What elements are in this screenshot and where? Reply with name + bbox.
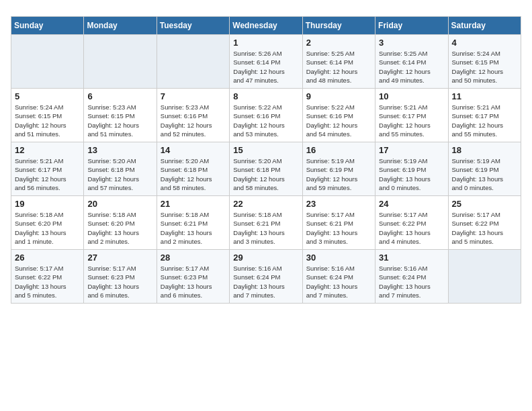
calendar-cell: 22Sunrise: 5:18 AMSunset: 6:21 PMDayligh… — [230, 196, 302, 250]
calendar-cell — [448, 250, 521, 304]
day-info: Sunrise: 5:20 AMSunset: 6:18 PMDaylight:… — [87, 156, 152, 192]
day-info: Sunrise: 5:20 AMSunset: 6:18 PMDaylight:… — [233, 156, 298, 192]
calendar-cell: 1Sunrise: 5:26 AMSunset: 6:14 PMDaylight… — [230, 35, 302, 89]
calendar-cell: 9Sunrise: 5:22 AMSunset: 6:16 PMDaylight… — [302, 89, 375, 142]
calendar-cell: 7Sunrise: 5:23 AMSunset: 6:16 PMDaylight… — [157, 89, 229, 142]
day-info: Sunrise: 5:17 AMSunset: 6:23 PMDaylight:… — [87, 264, 152, 300]
calendar-cell: 26Sunrise: 5:17 AMSunset: 6:22 PMDayligh… — [11, 250, 84, 304]
calendar-week-3: 12Sunrise: 5:21 AMSunset: 6:17 PMDayligh… — [11, 142, 521, 196]
calendar-cell: 24Sunrise: 5:17 AMSunset: 6:22 PMDayligh… — [375, 196, 448, 250]
calendar-week-1: 1Sunrise: 5:26 AMSunset: 6:14 PMDaylight… — [11, 35, 521, 89]
day-info: Sunrise: 5:23 AMSunset: 6:15 PMDaylight:… — [87, 103, 152, 138]
day-number: 29 — [233, 253, 298, 263]
day-info: Sunrise: 5:24 AMSunset: 6:15 PMDaylight:… — [452, 49, 517, 85]
day-info: Sunrise: 5:24 AMSunset: 6:15 PMDaylight:… — [15, 103, 80, 138]
calendar-cell: 27Sunrise: 5:17 AMSunset: 6:23 PMDayligh… — [84, 250, 157, 304]
day-info: Sunrise: 5:21 AMSunset: 6:17 PMDaylight:… — [452, 103, 517, 138]
calendar-cell: 10Sunrise: 5:21 AMSunset: 6:17 PMDayligh… — [375, 89, 448, 142]
day-info: Sunrise: 5:21 AMSunset: 6:17 PMDaylight:… — [379, 103, 444, 138]
day-number: 7 — [161, 91, 226, 101]
day-info: Sunrise: 5:21 AMSunset: 6:17 PMDaylight:… — [15, 156, 80, 192]
calendar-cell: 30Sunrise: 5:16 AMSunset: 6:24 PMDayligh… — [302, 250, 375, 304]
day-info: Sunrise: 5:25 AMSunset: 6:14 PMDaylight:… — [379, 49, 444, 85]
day-number: 17 — [379, 145, 444, 155]
day-number: 8 — [233, 91, 298, 101]
day-number: 18 — [452, 145, 517, 155]
day-info: Sunrise: 5:17 AMSunset: 6:22 PMDaylight:… — [379, 210, 444, 246]
day-info: Sunrise: 5:18 AMSunset: 6:21 PMDaylight:… — [161, 210, 226, 246]
day-number: 23 — [306, 199, 371, 209]
day-info: Sunrise: 5:18 AMSunset: 6:20 PMDaylight:… — [87, 210, 152, 246]
day-info: Sunrise: 5:25 AMSunset: 6:14 PMDaylight:… — [306, 49, 371, 85]
day-number: 12 — [15, 145, 80, 155]
day-info: Sunrise: 5:17 AMSunset: 6:22 PMDaylight:… — [452, 210, 517, 246]
day-number: 25 — [452, 199, 517, 209]
day-number: 14 — [161, 145, 226, 155]
day-info: Sunrise: 5:23 AMSunset: 6:16 PMDaylight:… — [161, 103, 226, 138]
calendar-cell: 23Sunrise: 5:17 AMSunset: 6:21 PMDayligh… — [302, 196, 375, 250]
calendar-cell: 19Sunrise: 5:18 AMSunset: 6:20 PMDayligh… — [11, 196, 84, 250]
day-number: 27 — [87, 253, 152, 263]
calendar-cell: 12Sunrise: 5:21 AMSunset: 6:17 PMDayligh… — [11, 142, 84, 196]
calendar-cell: 11Sunrise: 5:21 AMSunset: 6:17 PMDayligh… — [448, 89, 521, 142]
day-number: 2 — [306, 38, 371, 48]
day-info: Sunrise: 5:20 AMSunset: 6:18 PMDaylight:… — [161, 156, 226, 192]
day-info: Sunrise: 5:16 AMSunset: 6:24 PMDaylight:… — [233, 264, 298, 300]
weekday-header-wednesday: Wednesday — [230, 17, 302, 35]
calendar-cell: 8Sunrise: 5:22 AMSunset: 6:16 PMDaylight… — [230, 89, 302, 142]
calendar-table: SundayMondayTuesdayWednesdayThursdayFrid… — [11, 16, 521, 304]
day-number: 20 — [87, 199, 152, 209]
calendar-cell: 2Sunrise: 5:25 AMSunset: 6:14 PMDaylight… — [302, 35, 375, 89]
day-info: Sunrise: 5:17 AMSunset: 6:23 PMDaylight:… — [161, 264, 226, 300]
calendar-cell — [11, 35, 84, 89]
day-info: Sunrise: 5:22 AMSunset: 6:16 PMDaylight:… — [233, 103, 298, 138]
calendar-cell: 29Sunrise: 5:16 AMSunset: 6:24 PMDayligh… — [230, 250, 302, 304]
day-number: 5 — [15, 91, 80, 101]
calendar-week-2: 5Sunrise: 5:24 AMSunset: 6:15 PMDaylight… — [11, 89, 521, 142]
day-number: 1 — [233, 38, 298, 48]
day-info: Sunrise: 5:26 AMSunset: 6:14 PMDaylight:… — [233, 49, 298, 85]
calendar-cell: 3Sunrise: 5:25 AMSunset: 6:14 PMDaylight… — [375, 35, 448, 89]
calendar-cell: 14Sunrise: 5:20 AMSunset: 6:18 PMDayligh… — [157, 142, 229, 196]
day-number: 21 — [161, 199, 226, 209]
calendar-cell: 6Sunrise: 5:23 AMSunset: 6:15 PMDaylight… — [84, 89, 157, 142]
day-info: Sunrise: 5:19 AMSunset: 6:19 PMDaylight:… — [306, 156, 371, 192]
calendar-cell: 28Sunrise: 5:17 AMSunset: 6:23 PMDayligh… — [157, 250, 229, 304]
day-number: 6 — [87, 91, 152, 101]
day-number: 16 — [306, 145, 371, 155]
calendar-week-4: 19Sunrise: 5:18 AMSunset: 6:20 PMDayligh… — [11, 196, 521, 250]
day-info: Sunrise: 5:16 AMSunset: 6:24 PMDaylight:… — [379, 264, 444, 300]
calendar-cell: 16Sunrise: 5:19 AMSunset: 6:19 PMDayligh… — [302, 142, 375, 196]
day-number: 30 — [306, 253, 371, 263]
calendar-cell: 5Sunrise: 5:24 AMSunset: 6:15 PMDaylight… — [11, 89, 84, 142]
day-number: 22 — [233, 199, 298, 209]
weekday-header-sunday: Sunday — [11, 17, 84, 35]
day-number: 26 — [15, 253, 80, 263]
calendar-cell: 25Sunrise: 5:17 AMSunset: 6:22 PMDayligh… — [448, 196, 521, 250]
day-number: 15 — [233, 145, 298, 155]
day-number: 11 — [452, 91, 517, 101]
day-info: Sunrise: 5:22 AMSunset: 6:16 PMDaylight:… — [306, 103, 371, 138]
day-info: Sunrise: 5:18 AMSunset: 6:20 PMDaylight:… — [15, 210, 80, 246]
day-number: 10 — [379, 91, 444, 101]
calendar-cell — [84, 35, 157, 89]
day-info: Sunrise: 5:17 AMSunset: 6:21 PMDaylight:… — [306, 210, 371, 246]
calendar-cell — [157, 35, 229, 89]
day-number: 3 — [379, 38, 444, 48]
day-info: Sunrise: 5:19 AMSunset: 6:19 PMDaylight:… — [452, 156, 517, 192]
day-info: Sunrise: 5:18 AMSunset: 6:21 PMDaylight:… — [233, 210, 298, 246]
weekday-header-thursday: Thursday — [302, 17, 375, 35]
weekday-header-row: SundayMondayTuesdayWednesdayThursdayFrid… — [11, 17, 521, 35]
weekday-header-monday: Monday — [84, 17, 157, 35]
calendar-cell: 4Sunrise: 5:24 AMSunset: 6:15 PMDaylight… — [448, 35, 521, 89]
weekday-header-saturday: Saturday — [448, 17, 521, 35]
calendar-cell: 13Sunrise: 5:20 AMSunset: 6:18 PMDayligh… — [84, 142, 157, 196]
calendar-cell: 31Sunrise: 5:16 AMSunset: 6:24 PMDayligh… — [375, 250, 448, 304]
calendar-cell: 18Sunrise: 5:19 AMSunset: 6:19 PMDayligh… — [448, 142, 521, 196]
day-info: Sunrise: 5:17 AMSunset: 6:22 PMDaylight:… — [15, 264, 80, 300]
weekday-header-tuesday: Tuesday — [157, 17, 229, 35]
calendar-week-5: 26Sunrise: 5:17 AMSunset: 6:22 PMDayligh… — [11, 250, 521, 304]
day-number: 4 — [452, 38, 517, 48]
calendar-cell: 20Sunrise: 5:18 AMSunset: 6:20 PMDayligh… — [84, 196, 157, 250]
calendar-cell: 15Sunrise: 5:20 AMSunset: 6:18 PMDayligh… — [230, 142, 302, 196]
